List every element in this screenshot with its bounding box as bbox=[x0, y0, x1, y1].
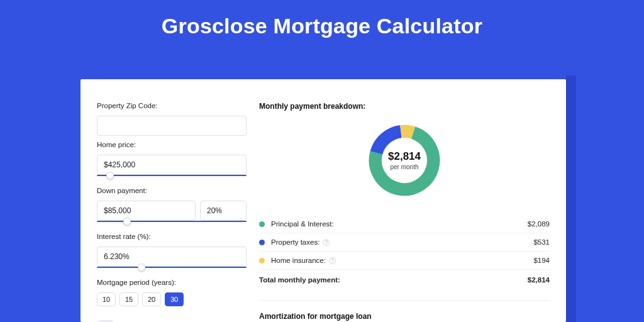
donut-chart-wrap: $2,814 per month bbox=[259, 119, 550, 210]
period-option-20[interactable]: 20 bbox=[142, 292, 161, 306]
legend: Principal & Interest:$2,089Property taxe… bbox=[259, 215, 550, 289]
period-option-10[interactable]: 10 bbox=[97, 292, 116, 306]
down-payment-slider[interactable] bbox=[97, 220, 247, 228]
legend-row-total: Total monthly payment:$2,814 bbox=[259, 270, 550, 289]
legend-value: $194 bbox=[533, 257, 550, 264]
donut-chart: $2,814 per month bbox=[366, 122, 443, 199]
breakdown-heading: Monthly payment breakdown: bbox=[259, 102, 550, 111]
legend-total-value: $2,814 bbox=[528, 276, 550, 284]
legend-row-taxes: Property taxes:?$531 bbox=[259, 233, 550, 252]
legend-dot-icon bbox=[259, 258, 265, 264]
legend-value: $531 bbox=[533, 238, 550, 246]
info-icon[interactable]: ? bbox=[323, 239, 330, 246]
down-payment-label: Down payment: bbox=[97, 187, 247, 194]
legend-label: Property taxes:? bbox=[271, 238, 533, 246]
legend-row-insurance: Home insurance:?$194 bbox=[259, 252, 550, 270]
donut-sublabel: per month bbox=[390, 164, 418, 170]
home-price-label: Home price: bbox=[97, 141, 247, 148]
amortization-heading: Amortization for mortgage loan bbox=[259, 300, 550, 321]
home-price-input[interactable] bbox=[97, 155, 247, 175]
home-price-slider[interactable] bbox=[97, 174, 247, 182]
period-option-15[interactable]: 15 bbox=[119, 292, 138, 306]
zip-input[interactable] bbox=[97, 116, 247, 136]
page-title: Grosclose Mortgage Calculator bbox=[0, 0, 644, 50]
period-options: 10152030 bbox=[97, 292, 247, 306]
period-label: Mortgage period (years): bbox=[97, 279, 247, 286]
legend-row-principal: Principal & Interest:$2,089 bbox=[259, 215, 550, 233]
period-option-30[interactable]: 30 bbox=[165, 292, 184, 306]
down-payment-amount-input[interactable] bbox=[97, 201, 196, 221]
legend-label: Home insurance:? bbox=[271, 257, 533, 264]
zip-label: Property Zip Code: bbox=[97, 102, 247, 109]
donut-amount: $2,814 bbox=[388, 150, 421, 163]
legend-dot-icon bbox=[259, 221, 265, 227]
legend-dot-icon bbox=[259, 240, 265, 245]
legend-total-label: Total monthly payment: bbox=[259, 276, 528, 284]
breakdown-column: Monthly payment breakdown: $2,814 per mo… bbox=[259, 94, 550, 322]
decorative-shadow bbox=[566, 75, 576, 322]
legend-label: Principal & Interest: bbox=[271, 220, 528, 228]
interest-rate-label: Interest rate (%): bbox=[97, 233, 247, 240]
info-icon[interactable]: ? bbox=[329, 257, 336, 264]
inputs-column: Property Zip Code: Home price: Down paym… bbox=[97, 94, 247, 322]
calculator-card: Property Zip Code: Home price: Down paym… bbox=[80, 79, 566, 322]
legend-value: $2,089 bbox=[528, 220, 550, 228]
interest-rate-input[interactable] bbox=[97, 247, 247, 267]
down-payment-percent-input[interactable] bbox=[200, 201, 247, 221]
interest-rate-slider[interactable] bbox=[97, 266, 247, 274]
